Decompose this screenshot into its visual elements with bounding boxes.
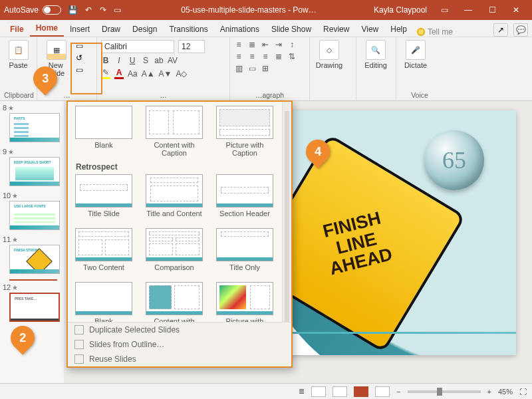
tab-file[interactable]: File	[4, 22, 30, 37]
tab-view[interactable]: View	[355, 22, 384, 37]
shrink-font-button[interactable]: A▼	[159, 69, 172, 78]
new-slide-icon: ▦	[47, 40, 66, 60]
slideshow-icon[interactable]: ▭	[114, 5, 121, 15]
document-title: 05-use-multiple-slide-masters - Pow…	[124, 5, 374, 15]
tab-home[interactable]: Home	[30, 21, 64, 37]
fit-window-button[interactable]: ⛶	[519, 388, 527, 396]
strike-button[interactable]: S	[141, 56, 150, 65]
slides-from-outline-option[interactable]: Slides from Outline…	[68, 337, 291, 352]
layout-section-retrospect: Retrospect	[74, 160, 285, 174]
align-center-button[interactable]: ≡	[247, 52, 257, 61]
tab-help[interactable]: Help	[384, 22, 413, 37]
editing-button[interactable]: 🔍Editing	[360, 40, 391, 69]
slideshow-view-button[interactable]	[375, 386, 390, 397]
tab-animations[interactable]: Animations	[214, 22, 265, 37]
numbering-button[interactable]: ≣	[247, 40, 257, 49]
reuse-slides-option[interactable]: Reuse Slides	[68, 352, 291, 366]
grow-font-button[interactable]: A▲	[142, 69, 155, 78]
thumb-8[interactable]: 8★PARTS	[3, 104, 61, 142]
layout-section-header[interactable]: Section Header	[215, 174, 274, 225]
thumb-9[interactable]: 9★KEEP VISUALS SHORT	[3, 148, 61, 186]
layout-blank-0[interactable]: Blank	[74, 106, 133, 157]
tab-insert[interactable]: Insert	[64, 22, 96, 37]
justify-button[interactable]: ≣	[274, 52, 283, 61]
indent-more-button[interactable]: ⇥	[274, 40, 283, 49]
layout-content-caption-0[interactable]: Content with Caption	[145, 106, 203, 157]
drawing-button[interactable]: ◇Drawing	[314, 40, 344, 69]
section-icon[interactable]: ▭	[76, 65, 83, 74]
reading-view-button[interactable]	[354, 386, 368, 397]
underline-button[interactable]: U	[128, 56, 137, 65]
user-name[interactable]: Kayla Claypool	[374, 5, 427, 15]
tab-slideshow[interactable]: Slide Show	[265, 22, 317, 37]
align-right-button[interactable]: ≡	[261, 52, 270, 61]
thumb-11[interactable]: 11★FINISH STRONG	[3, 235, 61, 274]
layout-comparison[interactable]: Comparison	[145, 228, 203, 279]
bullets-button[interactable]: ≡	[234, 40, 243, 49]
zoom-slider[interactable]	[408, 390, 481, 393]
layout-two-content[interactable]: Two Content	[74, 228, 133, 279]
autosave-toggle[interactable]	[43, 5, 61, 15]
layout-title-only[interactable]: Title Only	[215, 228, 274, 279]
layout-picture-caption-0[interactable]: Picture with Caption	[215, 106, 274, 157]
zoom-out-button[interactable]: −	[396, 388, 400, 396]
layout-icon[interactable]: ▭	[76, 41, 83, 51]
smartart-button[interactable]: ⊞	[261, 64, 270, 73]
close-button[interactable]: ✕	[504, 5, 528, 15]
italic-button[interactable]: I	[114, 56, 124, 65]
highlight-button[interactable]: ✎	[101, 68, 110, 79]
layout-scrollbar[interactable]	[282, 102, 291, 349]
tell-me[interactable]: Tell me	[417, 27, 453, 37]
group-voice-label: Voice	[400, 91, 439, 99]
font-color-button[interactable]: A	[114, 68, 124, 79]
ribbon-options-icon[interactable]: ▭	[432, 5, 456, 15]
layout-title-content[interactable]: Title and Content	[145, 174, 203, 225]
title-bar: AutoSave 💾 ↶ ↷ ▭ 05-use-multiple-slide-m…	[0, 0, 532, 20]
redo-icon[interactable]: ↷	[100, 5, 106, 15]
status-bar: ≣ − + 45% ⛶	[0, 383, 532, 399]
shadow-button[interactable]: ab	[154, 56, 164, 65]
minimize-button[interactable]: —	[456, 5, 480, 15]
notes-button[interactable]: ≣	[299, 387, 305, 396]
group-clipboard-label: Clipboard	[4, 91, 33, 99]
spacing-button[interactable]: AV	[168, 56, 178, 65]
undo-icon[interactable]: ↶	[85, 5, 92, 15]
font-size-combo[interactable]	[178, 40, 205, 53]
clear-format-button[interactable]: A◇	[176, 69, 187, 78]
tab-design[interactable]: Design	[126, 22, 163, 37]
align-text-button[interactable]: ▭	[247, 64, 257, 73]
duplicate-slides-option[interactable]: Duplicate Selected Slides	[68, 323, 291, 337]
reset-icon[interactable]: ↺	[76, 53, 83, 63]
layout-menu-footer: Duplicate Selected Slides Slides from Ou…	[68, 322, 291, 366]
save-icon[interactable]: 💾	[68, 5, 78, 15]
columns-button[interactable]: ▥	[234, 64, 243, 73]
group-slides-label: …	[41, 91, 92, 99]
quick-access-toolbar: 💾 ↶ ↷ ▭	[65, 5, 124, 15]
find-icon: 🔍	[366, 40, 386, 60]
maximize-button[interactable]: ☐	[480, 5, 504, 15]
paste-button[interactable]: 📋Paste	[4, 40, 33, 69]
share-button[interactable]: ↗	[493, 23, 508, 37]
layout-title-slide[interactable]: Title Slide	[74, 174, 133, 225]
align-left-button[interactable]: ≡	[234, 52, 243, 61]
bold-button[interactable]: B	[101, 56, 110, 65]
indent-less-button[interactable]: ⇤	[261, 40, 270, 49]
text-direction-button[interactable]: ↕	[287, 40, 297, 49]
thumb-12[interactable]: 12★PRES TAKE…	[3, 283, 61, 322]
zoom-in-button[interactable]: +	[487, 388, 491, 396]
dictate-button[interactable]: 🎤Dictate	[400, 40, 431, 69]
comments-button[interactable]: 💬	[513, 23, 528, 37]
zoom-level[interactable]: 45%	[498, 388, 513, 396]
line-spacing-button[interactable]: ⇅	[287, 52, 297, 61]
tab-transitions[interactable]: Transitions	[163, 22, 213, 37]
font-family-combo[interactable]	[101, 40, 174, 53]
tab-review[interactable]: Review	[317, 22, 355, 37]
reuse-icon	[74, 354, 84, 364]
normal-view-button[interactable]	[311, 386, 326, 397]
group-font-label: …	[101, 91, 225, 99]
tab-draw[interactable]: Draw	[96, 22, 126, 37]
new-slide-layout-menu[interactable]: Blank Content with Caption Picture with …	[66, 100, 293, 368]
change-case-button[interactable]: Aa	[128, 69, 138, 78]
thumb-10[interactable]: 10★USE LARGE FONTS	[3, 192, 61, 230]
sorter-view-button[interactable]	[332, 386, 347, 397]
